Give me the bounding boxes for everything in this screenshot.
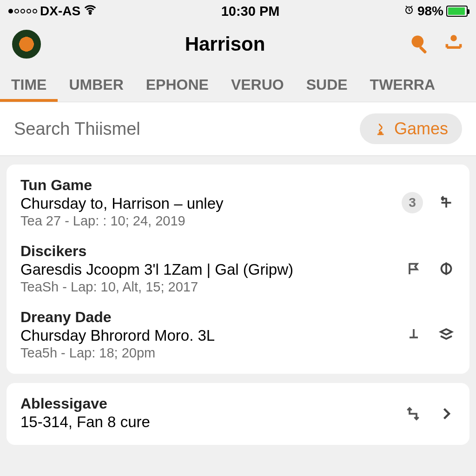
status-time: 10:30 PM xyxy=(221,4,280,19)
item-meta: TeaSh - Lap: 10, Alt, 15; 2017 xyxy=(20,279,395,295)
item-subtitle: Chursday to, Harrison – unley xyxy=(20,195,392,212)
page-title: Harrison xyxy=(41,33,409,55)
tab-sude[interactable]: SUDE xyxy=(295,70,359,102)
signal-strength-icon xyxy=(8,9,37,13)
list-card: Tun Game Chursday to, Harrison – unley T… xyxy=(7,165,469,374)
header-actions xyxy=(409,33,464,55)
tab-ephone[interactable]: EPHONE xyxy=(135,70,220,102)
svg-point-2 xyxy=(412,36,424,48)
tab-twerra[interactable]: TWERRA xyxy=(359,70,446,102)
stack-icon[interactable] xyxy=(437,325,456,344)
status-bar: DX-AS 10:30 PM 98% xyxy=(0,0,476,21)
status-left: DX-AS xyxy=(8,3,97,20)
currency-icon[interactable] xyxy=(437,259,456,278)
item-actions xyxy=(404,404,456,423)
flag-icon[interactable] xyxy=(404,259,423,278)
upload-icon[interactable] xyxy=(443,33,464,55)
tab-bar: TIME UMBER EPHONE VERUO SUDE TWERRA xyxy=(0,70,476,102)
alarm-icon xyxy=(403,4,415,19)
battery-percent: 98% xyxy=(417,4,443,19)
wifi-icon xyxy=(83,3,97,20)
tab-time[interactable]: TIME xyxy=(0,70,58,102)
list-card: Ablessigave 15-314, Fan 8 cure xyxy=(7,383,469,445)
svg-rect-3 xyxy=(419,46,427,54)
list-item[interactable]: Ablessigave 15-314, Fan 8 cure xyxy=(7,388,469,440)
item-actions: 3 xyxy=(402,192,456,213)
app-logo-icon[interactable] xyxy=(12,30,41,59)
search-icon[interactable] xyxy=(409,33,430,55)
svg-point-4 xyxy=(452,36,456,40)
pin-icon[interactable] xyxy=(404,325,423,344)
item-title: Ablessigave xyxy=(20,395,395,412)
list-item[interactable]: Discikers Garesdis Jcoopm 3'l 1Zam | Gal… xyxy=(7,237,469,303)
status-right: 98% xyxy=(403,4,468,19)
route-icon[interactable] xyxy=(404,404,423,423)
games-filter-button[interactable]: Games xyxy=(360,113,462,144)
tab-umber[interactable]: UMBER xyxy=(58,70,134,102)
item-meta: Tea 27 - Lap: : 10; 24, 2019 xyxy=(20,213,392,229)
item-text: Ablessigave 15-314, Fan 8 cure xyxy=(20,395,395,432)
item-actions xyxy=(404,325,456,344)
content-area: Tun Game Chursday to, Harrison – unley T… xyxy=(0,156,476,463)
item-text: Dreany Dade Chursday Bhrorord Moro. 3L T… xyxy=(20,309,395,361)
count-badge: 3 xyxy=(402,192,423,213)
svg-point-0 xyxy=(90,12,91,13)
list-item[interactable]: Dreany Dade Chursday Bhrorord Moro. 3L T… xyxy=(7,303,469,369)
item-title: Dreany Dade xyxy=(20,309,395,326)
carrier-label: DX-AS xyxy=(40,4,80,19)
item-text: Tun Game Chursday to, Harrison – unley T… xyxy=(20,177,392,229)
item-subtitle: 15-314, Fan 8 cure xyxy=(20,413,395,431)
item-title: Discikers xyxy=(20,243,395,260)
tab-veruo[interactable]: VERUO xyxy=(220,70,295,102)
item-meta: Tea5h - Lap: 18; 20pm xyxy=(20,345,395,361)
item-subtitle: Chursday Bhrorord Moro. 3L xyxy=(20,327,395,344)
search-row: Games xyxy=(0,102,476,156)
score-icon[interactable] xyxy=(437,193,456,212)
battery-icon xyxy=(446,6,468,17)
item-title: Tun Game xyxy=(20,177,392,194)
item-text: Discikers Garesdis Jcoopm 3'l 1Zam | Gal… xyxy=(20,243,395,295)
item-actions xyxy=(404,259,456,278)
search-input[interactable] xyxy=(14,119,351,139)
app-header: Harrison xyxy=(0,21,476,70)
chevron-right-icon[interactable] xyxy=(437,404,456,423)
games-filter-label: Games xyxy=(394,119,448,139)
list-item[interactable]: Tun Game Chursday to, Harrison – unley T… xyxy=(7,169,469,237)
item-subtitle: Garesdis Jcoopm 3'l 1Zam | Gal (Gripw) xyxy=(20,261,395,278)
